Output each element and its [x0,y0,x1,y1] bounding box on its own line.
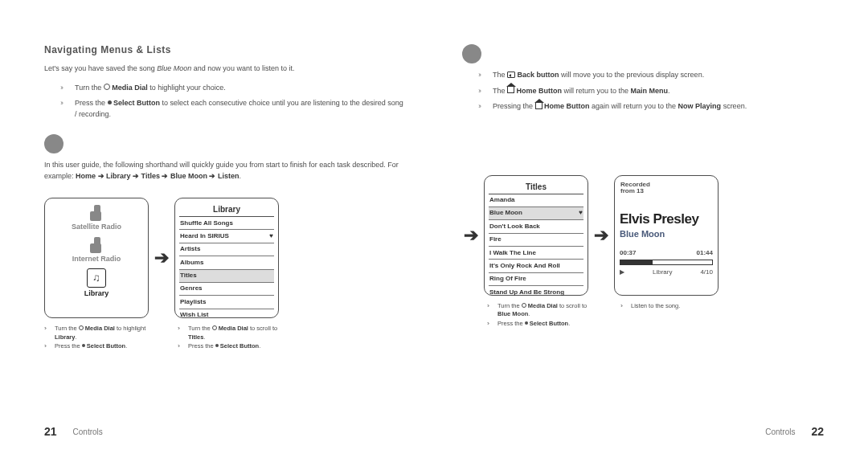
list-item: Playlists [179,296,274,309]
list-item: Shuffle All Songs [179,217,274,230]
footer-label: Controls [73,427,103,436]
select-button-icon [108,100,112,104]
caption: Turn the Media Dial to scroll to Titles.… [178,325,282,352]
np-recorded-label: Recorded from 13 [620,181,713,197]
list-item: Wish List [179,309,274,321]
home-item: Satellite Radio [72,205,121,232]
heart-icon: ♥ [579,209,583,217]
np-progress-bar [620,260,713,265]
home-button-icon [507,87,514,93]
intro-paragraph: Let's say you have saved the song Blue M… [44,63,406,75]
home-item-label: Satellite Radio [72,223,121,232]
footer-label: Controls [765,427,795,436]
list-item-highlighted: Titles [179,270,274,283]
page-footer: Controls 22 [462,401,824,438]
screens-row: Satellite Radio Internet Radio ♫ Library… [44,198,406,318]
np-song: Blue Moon [620,228,713,239]
section-heading: Navigating Menus & Lists [44,44,406,55]
shorthand-paragraph: In this user guide, the following shorth… [44,160,406,182]
device-screen-titles: Titles Amanda Blue Moon♥ Don't Look Back… [484,175,588,296]
screens-row: ➔ Titles Amanda Blue Moon♥ Don't Look Ba… [462,175,824,296]
instruction-item: Press the Select Button to select each c… [60,98,406,120]
instruction-item: The Back button will move you to the pre… [478,70,824,81]
library-icon: ♫ [87,268,106,288]
caption: Turn the Media Dial to scroll to Blue Mo… [487,302,592,329]
page-footer: 21 Controls [44,401,406,438]
page-number: 22 [811,425,824,438]
list-item: I Walk The Line [489,247,583,260]
list-item-highlighted: Blue Moon♥ [489,207,583,220]
np-artist: Elvis Presley [620,211,713,228]
arrow-icon: ➔ [462,225,480,246]
instruction-item: Turn the Media Dial to highlight your ch… [60,83,406,94]
caption: Listen to the song. [620,302,725,329]
captions-row: Turn the Media Dial to highlight Library… [44,325,406,352]
list-item: Genres [179,283,274,296]
heart-icon: ♥ [269,232,273,240]
list-item: Heard In SIRIUS♥ [179,230,274,243]
list-item: Artists [179,243,274,256]
home-item-label: Library [84,289,109,299]
list-item: It's Only Rock And Roll [489,260,583,272]
select-button-icon [525,321,528,325]
list-item: Stand Up And Be Strong [489,286,583,298]
instruction-item: Pressing the Home Button again will retu… [478,101,824,112]
media-dial-icon [104,84,110,90]
list-item: Amanda [489,194,583,207]
manual-page-left: Navigating Menus & Lists Let's say you h… [0,0,434,458]
device-screen-now-playing: Recorded from 13 Elvis Presley Blue Moon… [614,175,719,296]
np-elapsed: 00:37 [620,249,636,257]
media-dial-icon [212,325,217,330]
media-dial-icon [79,325,84,330]
page-number: 21 [44,425,57,438]
arrow-icon: ➔ [592,225,610,246]
screen-title: Titles [489,180,583,194]
arrow-icon: ➔ [153,247,170,268]
play-icon: ▶ [620,268,624,276]
manual-page-right: The Back button will move you to the pre… [434,0,868,458]
media-dial-icon [522,303,526,308]
captions-row: Turn the Media Dial to scroll to Blue Mo… [462,302,824,329]
np-footer: ▶ Library 4/10 [620,268,713,276]
home-item-selected: ♫ Library [84,268,109,299]
satellite-radio-icon [88,205,105,221]
home-item: Internet Radio [72,237,121,264]
back-button-icon [507,72,515,78]
list-item: Ring Of Fire [489,273,583,286]
instruction-list: Turn the Media Dial to highlight your ch… [44,83,406,125]
instruction-item: The Home Button will return you to the M… [478,86,824,97]
home-button-icon [535,103,542,109]
list-item: Fire [489,234,583,247]
device-screen-library: Library Shuffle All Songs Heard In SIRIU… [174,198,279,318]
np-duration: 01:44 [697,249,713,257]
internet-radio-icon [88,237,105,253]
instruction-list: The Back button will move you to the pre… [462,70,824,117]
tip-icon [44,134,63,153]
select-button-icon [215,344,219,347]
select-button-icon [82,344,85,347]
list-item: Albums [179,256,274,269]
device-screen-home: Satellite Radio Internet Radio ♫ Library [44,198,149,318]
home-item-label: Internet Radio [72,255,121,264]
np-time-row: 00:37 01:44 [620,249,713,257]
tip-icon [462,44,481,63]
caption: Turn the Media Dial to highlight Library… [44,325,149,352]
screen-title: Library [179,202,274,217]
list-item: Don't Look Back [489,220,583,233]
